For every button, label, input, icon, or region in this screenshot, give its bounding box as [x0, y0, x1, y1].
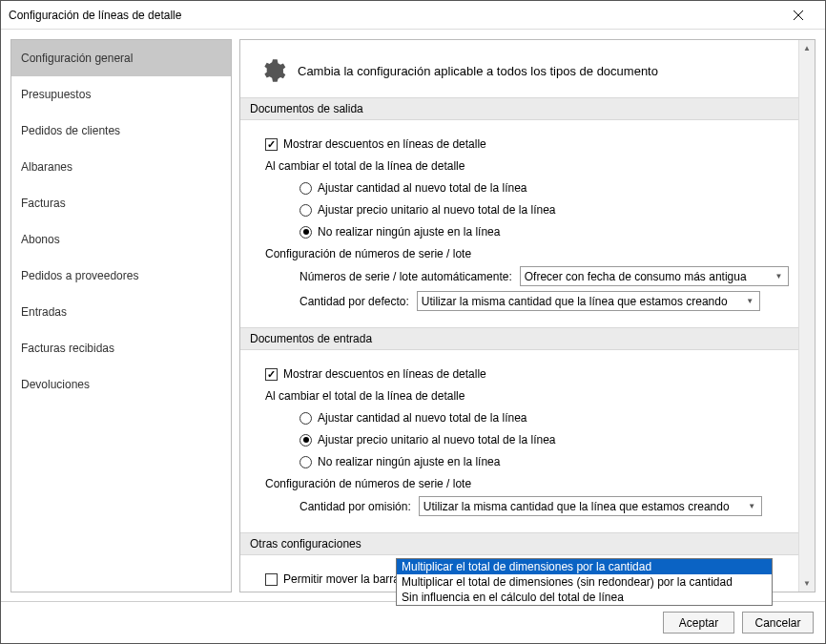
radio-entrada-no-ajuste[interactable] — [299, 456, 312, 468]
label-entrada-descuentos: Mostrar descuentos en líneas de detalle — [283, 367, 486, 381]
radio-entrada-ajustar-precio[interactable] — [299, 434, 312, 447]
label-salida-descuentos: Mostrar descuentos en líneas de detalle — [283, 137, 486, 151]
radio-salida-ajustar-precio[interactable] — [299, 204, 312, 217]
sidebar-item-pedidos-clientes[interactable]: Pedidos de clientes — [11, 113, 231, 149]
select-serial-auto[interactable]: Ofrecer con fecha de consumo más antigua… — [520, 266, 789, 286]
sidebar-item-label: Configuración general — [21, 52, 133, 65]
checkbox-permitir-mover-barra[interactable] — [265, 573, 278, 586]
sidebar-item-label: Albaranes — [21, 160, 72, 174]
dropdown-option[interactable]: Sin influencia en el cálculo del total d… — [397, 590, 772, 605]
scrollbar[interactable]: ▲ ▼ — [798, 40, 815, 592]
select-qty-omision[interactable]: Utilizar la misma cantidad que la línea … — [419, 496, 762, 516]
sidebar-item-label: Facturas recibidas — [21, 342, 114, 355]
close-button[interactable] — [779, 2, 817, 29]
accept-button[interactable]: Aceptar — [663, 612, 734, 634]
sidebar-item-label: Devoluciones — [21, 378, 90, 391]
section-header-salida: Documentos de salida — [240, 97, 798, 120]
chevron-down-icon: ▼ — [745, 499, 759, 513]
radio-salida-ajustar-cantidad[interactable] — [299, 182, 312, 195]
radio-entrada-ajustar-cantidad[interactable] — [299, 412, 312, 425]
sidebar-item-albaranes[interactable]: Albaranes — [11, 149, 231, 185]
sidebar-item-general[interactable]: Configuración general — [11, 40, 231, 76]
sidebar-item-facturas-recibidas[interactable]: Facturas recibidas — [11, 330, 231, 366]
label-serial-auto: Números de serie / lote automáticamente: — [299, 270, 512, 283]
sidebar-item-abonos[interactable]: Abonos — [11, 221, 231, 258]
sidebar-item-entradas[interactable]: Entradas — [11, 294, 231, 330]
sidebar-item-label: Pedidos de clientes — [21, 124, 120, 137]
checkbox-entrada-descuentos[interactable] — [265, 368, 278, 381]
sidebar-item-presupuestos[interactable]: Presupuestos — [11, 76, 231, 113]
sidebar-item-label: Facturas — [21, 197, 66, 210]
dropdown-option[interactable]: Multiplicar el total de dimensiones (sin… — [397, 574, 772, 590]
sidebar-item-label: Abonos — [21, 233, 60, 246]
label-entrada-serial-config: Configuración de números de serie / lote — [265, 477, 471, 490]
label-radio: Ajustar precio unitario al nuevo total d… — [318, 433, 556, 447]
sidebar-item-label: Presupuestos — [21, 88, 91, 101]
scroll-down-icon[interactable]: ▼ — [799, 575, 815, 592]
label-radio: Ajustar cantidad al nuevo total de la lí… — [318, 411, 527, 425]
select-qty-default[interactable]: Utilizar la misma cantidad que la línea … — [417, 291, 760, 311]
sidebar-item-facturas[interactable]: Facturas — [11, 185, 231, 221]
section-header-otras: Otras configuraciones — [240, 532, 798, 555]
dropdown-comportamiento-options: Multiplicar el total de dimensiones por … — [396, 558, 773, 606]
close-icon — [794, 10, 803, 20]
window-title: Configuración de líneas de detalle — [9, 9, 779, 22]
dropdown-option[interactable]: Multiplicar el total de dimensiones por … — [397, 559, 772, 574]
cancel-button[interactable]: Cancelar — [742, 612, 814, 634]
label-salida-cambiar-total: Al cambiar el total de la línea de detal… — [265, 159, 465, 173]
label-salida-serial-config: Configuración de números de serie / lote — [265, 247, 471, 260]
sidebar-item-label: Entradas — [21, 305, 67, 319]
sidebar: Configuración general Presupuestos Pedid… — [10, 39, 232, 592]
sidebar-item-label: Pedidos a proveedores — [21, 269, 138, 282]
sidebar-item-devoluciones[interactable]: Devoluciones — [11, 366, 231, 403]
label-qty-default: Cantidad por defecto: — [299, 295, 409, 308]
label-radio: Ajustar precio unitario al nuevo total d… — [318, 203, 556, 217]
page-title: Cambia la configuración aplicable a todo… — [298, 64, 658, 78]
section-header-entrada: Documentos de entrada — [240, 327, 798, 350]
label-entrada-cambiar-total: Al cambiar el total de la línea de detal… — [265, 389, 465, 403]
label-radio: No realizar ningún ajuste en la línea — [318, 225, 500, 239]
label-qty-omision: Cantidad por omisión: — [299, 500, 411, 513]
checkbox-salida-descuentos[interactable] — [265, 138, 278, 151]
label-radio: No realizar ningún ajuste en la línea — [318, 455, 500, 468]
radio-salida-no-ajuste[interactable] — [299, 226, 312, 239]
sidebar-item-pedidos-proveedores[interactable]: Pedidos a proveedores — [11, 258, 231, 294]
chevron-down-icon: ▼ — [772, 269, 786, 283]
gear-icon — [259, 57, 286, 84]
scroll-up-icon[interactable]: ▲ — [799, 40, 815, 56]
label-radio: Ajustar cantidad al nuevo total de la lí… — [318, 181, 527, 195]
chevron-down-icon: ▼ — [743, 294, 757, 308]
